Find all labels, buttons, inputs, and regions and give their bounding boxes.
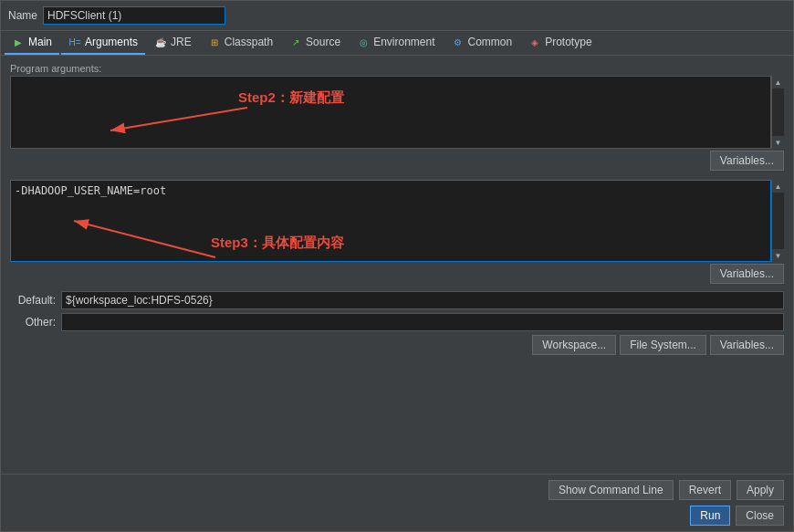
vm-args-input[interactable]: [10, 180, 771, 262]
apply-button[interactable]: Apply: [737, 480, 784, 500]
wd-buttons-row: Workspace... File System... Variables...: [10, 335, 784, 355]
default-wd-row: Default:: [10, 291, 784, 309]
scroll-up-arrow[interactable]: ▲: [772, 76, 785, 89]
vm-args-variables-row: Variables...: [10, 264, 784, 284]
program-args-variables-button[interactable]: Variables...: [710, 151, 784, 171]
name-input[interactable]: [43, 6, 225, 25]
dialog: Name ▶ Main H= Arguments ☕ JRE ⊞ Classpa…: [0, 0, 794, 532]
program-args-scrollbar: ▲ ▼: [771, 76, 784, 149]
program-args-section: Program arguments: ▲ ▼ Step2：新建配置: [10, 63, 784, 171]
prototype-tab-icon: ◈: [528, 36, 541, 48]
bottom-section: Show Command Line Revert Apply Run Close: [1, 474, 793, 531]
tab-classpath-label: Classpath: [225, 36, 273, 48]
program-args-variables-row: Variables...: [10, 151, 784, 171]
tab-common[interactable]: ⚙ Common: [444, 31, 520, 55]
default-wd-input[interactable]: [61, 291, 784, 309]
action-buttons-row: Show Command Line Revert Apply: [10, 480, 784, 500]
jre-tab-icon: ☕: [154, 36, 167, 48]
tab-common-label: Common: [468, 36, 513, 48]
tab-arguments[interactable]: H= Arguments: [61, 31, 145, 55]
revert-button[interactable]: Revert: [679, 480, 731, 500]
working-dir-section: Default: Other: Workspace... File System…: [10, 291, 784, 355]
tab-jre[interactable]: ☕ JRE: [147, 31, 199, 55]
vm-scroll-track: [772, 193, 784, 249]
close-button[interactable]: Close: [736, 506, 784, 526]
vm-args-scrollbar: ▲ ▼: [771, 180, 784, 262]
vm-scroll-up-arrow[interactable]: ▲: [772, 180, 785, 193]
run-close-row: Run Close: [10, 506, 784, 526]
tab-environment[interactable]: ◎ Environment: [350, 31, 442, 55]
run-button[interactable]: Run: [690, 506, 730, 526]
workspace-button[interactable]: Workspace...: [532, 335, 616, 355]
tab-main-label: Main: [28, 36, 52, 48]
name-label: Name: [8, 9, 37, 22]
common-tab-icon: ⚙: [452, 36, 465, 48]
other-label: Other:: [10, 316, 56, 329]
tab-prototype[interactable]: ◈ Prototype: [521, 31, 599, 55]
tab-source[interactable]: ↗ Source: [282, 31, 348, 55]
tab-main[interactable]: ▶ Main: [5, 31, 59, 55]
tab-arguments-label: Arguments: [85, 36, 138, 48]
vm-args-variables-button[interactable]: Variables...: [710, 264, 784, 284]
scroll-track: [772, 89, 784, 136]
program-args-input[interactable]: [10, 76, 771, 149]
arguments-tab-icon: H=: [68, 36, 81, 48]
tab-environment-label: Environment: [373, 36, 434, 48]
tab-jre-label: JRE: [171, 36, 192, 48]
environment-tab-icon: ◎: [357, 36, 370, 48]
vm-scroll-down-arrow[interactable]: ▼: [772, 249, 785, 262]
tab-prototype-label: Prototype: [545, 36, 591, 48]
source-tab-icon: ↗: [289, 36, 302, 48]
main-content: Program arguments: ▲ ▼ Step2：新建配置: [1, 56, 793, 474]
other-wd-row: Other:: [10, 313, 784, 331]
tab-classpath[interactable]: ⊞ Classpath: [201, 31, 280, 55]
scroll-down-arrow[interactable]: ▼: [772, 136, 785, 149]
vm-args-section: VM arguments: ▲ ▼ Step3：具体配置内容: [10, 178, 784, 284]
name-row: Name: [1, 1, 793, 31]
wd-variables-button[interactable]: Variables...: [710, 335, 784, 355]
tab-source-label: Source: [306, 36, 340, 48]
tab-bar: ▶ Main H= Arguments ☕ JRE ⊞ Classpath ↗ …: [1, 31, 793, 56]
program-args-label: Program arguments:: [10, 63, 784, 74]
main-tab-icon: ▶: [12, 36, 25, 48]
filesystem-button[interactable]: File System...: [620, 335, 706, 355]
classpath-tab-icon: ⊞: [208, 36, 221, 48]
show-command-line-button[interactable]: Show Command Line: [548, 480, 674, 500]
default-label: Default:: [10, 294, 56, 307]
other-wd-input[interactable]: [61, 313, 784, 331]
